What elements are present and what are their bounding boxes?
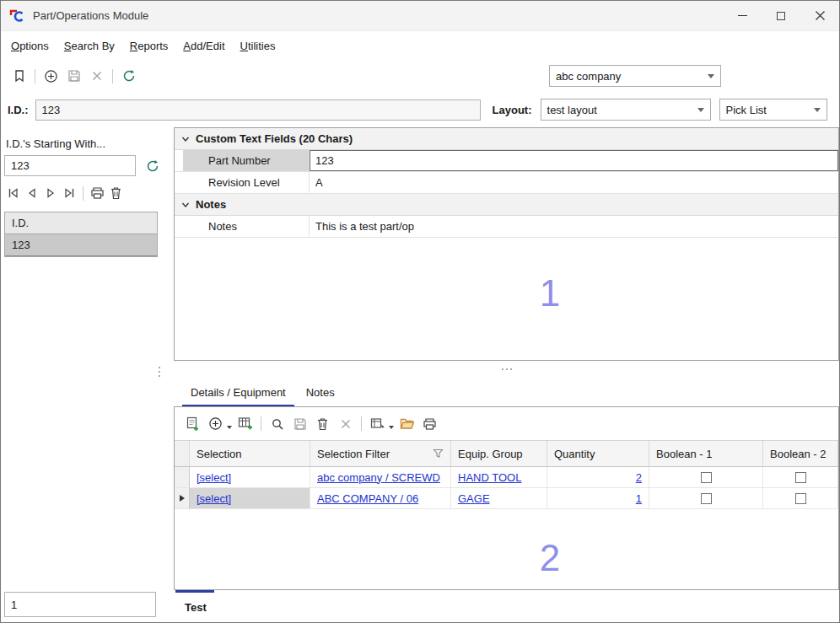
property-label-revision-level[interactable]: Revision Level — [183, 172, 310, 193]
refresh-button[interactable] — [117, 65, 140, 88]
menu-item-search-by[interactable]: Search By — [57, 35, 122, 56]
property-value-revision-level[interactable]: A — [310, 172, 838, 193]
grid-options-button[interactable] — [366, 412, 389, 435]
boolean-1-checkbox[interactable] — [701, 493, 712, 504]
grid-cell-selection: [select] — [190, 488, 310, 509]
grid-print-button[interactable] — [418, 412, 441, 435]
bookmark-button[interactable] — [8, 65, 30, 88]
column-header-selection[interactable]: Selection — [190, 441, 310, 467]
body: I.D.'s Starting With... — [1, 127, 839, 622]
add-record-button[interactable] — [40, 65, 62, 88]
grid-open-button[interactable] — [396, 412, 418, 435]
boolean-2-checkbox[interactable] — [795, 493, 806, 504]
layout-select[interactable]: test layout — [541, 99, 711, 121]
window-title: Part/Operations Module — [33, 9, 148, 22]
quantity-link[interactable]: 1 — [636, 492, 642, 505]
id-list-header[interactable]: I.D. — [5, 212, 157, 234]
chevron-down-icon — [697, 108, 704, 112]
grid-add-button[interactable] — [204, 412, 227, 435]
equip-group-link[interactable]: HAND TOOL — [458, 471, 521, 484]
equipment-grid: Selection Selection Filter Equip. Group … — [175, 441, 838, 509]
property-value-notes[interactable]: This is a test part/op — [310, 216, 838, 237]
filter-icon[interactable] — [433, 448, 444, 459]
property-row-revision-level: Revision Level A — [175, 172, 838, 194]
id-input[interactable] — [35, 99, 481, 121]
equip-group-link[interactable]: GAGE — [458, 492, 490, 505]
menu-item-options[interactable]: Options — [3, 35, 57, 56]
horizontal-splitter-handle[interactable] — [174, 361, 839, 378]
row-indicator — [175, 172, 183, 193]
select-link[interactable]: [select] — [197, 471, 231, 484]
menu-item-utilities[interactable]: Utilities — [233, 35, 283, 56]
splitter-dot — [159, 367, 160, 368]
close-button[interactable] — [800, 1, 839, 30]
save-button[interactable] — [62, 65, 85, 88]
menu-bar: Options Search By Reports Add/Edit Utili… — [1, 31, 839, 60]
menu-item-reports[interactable]: Reports — [122, 35, 176, 56]
id-filter-input[interactable] — [4, 155, 136, 176]
company-select[interactable]: abc company — [549, 65, 721, 87]
picklist-select[interactable]: Pick List — [719, 99, 827, 121]
footer-tab-test[interactable]: Test — [174, 590, 839, 614]
grid-cell-quantity: 2 — [547, 467, 649, 488]
prev-record-icon — [25, 186, 39, 200]
toolbar-separator — [261, 416, 261, 431]
grid-save-button[interactable] — [288, 412, 311, 435]
nav-first-button[interactable] — [4, 184, 23, 202]
id-list: I.D. 123 — [4, 212, 158, 257]
select-link[interactable]: [select] — [197, 492, 231, 505]
splitter-dot — [502, 368, 503, 370]
nav-prev-button[interactable] — [23, 184, 41, 202]
record-nav-bar — [4, 184, 164, 202]
maximize-button[interactable] — [762, 1, 800, 30]
column-header-equip-group[interactable]: Equip. Group — [451, 441, 547, 467]
selection-filter-link[interactable]: abc company / SCREWD — [317, 471, 440, 484]
new-dated-record-button[interactable] — [181, 412, 204, 435]
dropdown-caret-icon[interactable] — [389, 426, 394, 429]
add-from-list-button[interactable] — [234, 412, 256, 435]
next-record-icon — [44, 186, 57, 200]
minimize-button[interactable] — [723, 1, 762, 30]
filter-refresh-button[interactable] — [141, 154, 164, 177]
row-selector[interactable] — [175, 467, 190, 488]
sidebar: I.D.'s Starting With... — [1, 127, 169, 622]
selection-filter-link[interactable]: ABC COMPANY / 06 — [317, 492, 418, 505]
property-label-part-number[interactable]: Part Number — [183, 150, 310, 171]
vertical-splitter-handle[interactable] — [159, 367, 160, 377]
row-selector-header — [175, 441, 190, 467]
sidebar-print-button[interactable] — [88, 184, 106, 202]
boolean-2-checkbox[interactable] — [795, 472, 806, 483]
chevron-down-icon — [180, 200, 191, 210]
trash-icon — [110, 186, 122, 200]
id-list-row-selected[interactable]: 123 — [5, 234, 157, 256]
grid-cancel-button[interactable] — [334, 412, 357, 435]
grid-delete-button[interactable] — [311, 412, 334, 435]
record-count-input[interactable] — [4, 592, 156, 617]
tab-notes[interactable]: Notes — [298, 381, 343, 406]
cancel-x-icon — [91, 70, 103, 82]
nav-last-button[interactable] — [60, 184, 78, 202]
nav-next-button[interactable] — [41, 184, 60, 202]
row-selector-current[interactable] — [175, 488, 190, 509]
save-icon — [293, 417, 307, 431]
section-header-custom-text-fields[interactable]: Custom Text Fields (20 Chars) — [175, 128, 838, 150]
quantity-link[interactable]: 2 — [636, 471, 642, 484]
menu-item-add-edit[interactable]: Add/Edit — [175, 35, 232, 56]
column-header-quantity[interactable]: Quantity — [547, 441, 649, 467]
main-panel: Custom Text Fields (20 Chars) Part Numbe… — [169, 127, 839, 622]
boolean-1-checkbox[interactable] — [701, 472, 712, 483]
delete-button[interactable] — [85, 65, 108, 88]
id-label: I.D.: — [8, 104, 29, 116]
tab-details-equipment[interactable]: Details / Equipment — [182, 381, 294, 406]
current-row-marker-icon — [180, 495, 185, 502]
dropdown-caret-icon[interactable] — [227, 426, 232, 429]
column-header-boolean-2[interactable]: Boolean - 2 — [763, 441, 838, 467]
property-value-part-number[interactable]: 123 — [310, 150, 838, 171]
toolbar-separator — [112, 69, 113, 83]
column-header-boolean-1[interactable]: Boolean - 1 — [649, 441, 763, 467]
property-label-notes[interactable]: Notes — [183, 216, 310, 237]
grid-search-button[interactable] — [266, 412, 288, 435]
section-header-notes[interactable]: Notes — [175, 194, 838, 216]
sidebar-delete-button[interactable] — [106, 184, 125, 202]
column-header-selection-filter[interactable]: Selection Filter — [310, 441, 451, 467]
